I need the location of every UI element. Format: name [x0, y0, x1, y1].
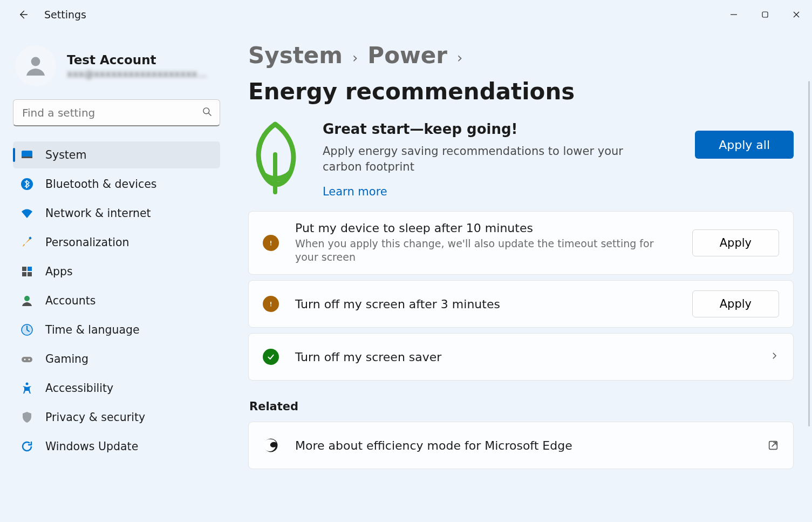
clock-globe-icon [21, 323, 33, 336]
maximize-button[interactable] [749, 3, 781, 26]
leaf-icon [248, 119, 302, 194]
apps-icon [21, 265, 33, 278]
svg-point-20 [26, 383, 29, 385]
sidebar-item-network[interactable]: Network & internet [13, 200, 220, 227]
sidebar-item-personalization[interactable]: Personalization [13, 229, 220, 256]
sidebar-item-accessibility[interactable]: Accessibility [13, 375, 220, 402]
recommendation-title: Put my device to sleep after 10 minutes [295, 221, 676, 235]
sidebar-nav: System Bluetooth & devices Network & int… [13, 141, 220, 460]
recommendation-card: Turn off my screen after 3 minutes Apply [248, 280, 794, 328]
account-block[interactable]: Test Account xxx@xxxxxxxxxxxxxxxxxx.xx… [13, 45, 220, 99]
status-warning-icon [263, 235, 279, 251]
settings-window: Settings Test Account xxx@xxxxxxxx [0, 0, 812, 522]
sidebar-item-bluetooth[interactable]: Bluetooth & devices [13, 171, 220, 198]
svg-line-6 [209, 113, 211, 116]
recommendation-title: Turn off my screen saver [295, 350, 753, 364]
accessibility-icon [21, 382, 33, 395]
account-icon [21, 294, 33, 307]
recommendation-title: Turn off my screen after 3 minutes [295, 297, 676, 311]
svg-rect-13 [22, 272, 26, 276]
close-button[interactable] [781, 3, 812, 26]
titlebar: Settings [0, 0, 812, 29]
recommendation-subtitle: When you apply this change, we'll also u… [295, 237, 676, 265]
svg-rect-1 [762, 12, 768, 17]
wifi-icon [21, 207, 33, 220]
chevron-right-icon: › [457, 50, 462, 66]
display-icon [21, 148, 33, 161]
svg-point-9 [21, 178, 33, 190]
sidebar-item-label: Network & internet [45, 207, 151, 220]
account-name: Test Account [67, 53, 207, 67]
sidebar: Test Account xxx@xxxxxxxxxxxxxxxxxx.xx… … [0, 29, 227, 522]
svg-rect-11 [22, 267, 26, 271]
related-list: More about efficiency mode for Microsoft… [248, 422, 794, 469]
sidebar-item-system[interactable]: System [13, 141, 220, 168]
apply-button[interactable]: Apply [692, 290, 779, 317]
scrollbar[interactable] [808, 81, 810, 426]
hero-title: Great start—keep going! [323, 121, 625, 137]
svg-rect-8 [22, 157, 32, 158]
sidebar-item-privacy[interactable]: Privacy & security [13, 404, 220, 431]
sidebar-item-label: Personalization [45, 236, 129, 249]
app-title: Settings [44, 9, 86, 21]
svg-rect-17 [22, 357, 32, 362]
svg-point-15 [24, 296, 30, 301]
search-box [13, 99, 220, 126]
back-button[interactable] [16, 8, 29, 21]
gamepad-icon [21, 352, 33, 365]
sidebar-item-label: Bluetooth & devices [45, 178, 157, 191]
status-warning-icon [263, 296, 279, 312]
related-item[interactable]: More about efficiency mode for Microsoft… [248, 422, 794, 469]
svg-point-4 [31, 57, 40, 66]
sidebar-item-label: Apps [45, 265, 73, 278]
svg-point-19 [29, 359, 30, 361]
svg-rect-22 [270, 241, 271, 243]
svg-point-25 [270, 306, 271, 307]
related-header: Related [249, 400, 794, 413]
apply-button[interactable]: Apply [692, 229, 779, 256]
search-icon[interactable] [202, 106, 213, 119]
sidebar-item-label: Windows Update [45, 440, 138, 453]
sidebar-item-label: Accounts [45, 294, 95, 307]
breadcrumb: System › Power › Energy recommendations [248, 42, 794, 105]
svg-rect-12 [28, 267, 32, 271]
shield-icon [21, 411, 33, 424]
svg-point-23 [270, 244, 271, 245]
bluetooth-icon [21, 178, 33, 191]
recommendation-card[interactable]: Turn off my screen saver [248, 333, 794, 381]
avatar [15, 45, 56, 86]
svg-rect-14 [28, 272, 32, 276]
recommendation-card: Put my device to sleep after 10 minutes … [248, 211, 794, 275]
svg-rect-24 [270, 302, 271, 304]
open-external-icon [767, 439, 779, 451]
breadcrumb-system[interactable]: System [248, 42, 343, 69]
sidebar-item-label: Gaming [45, 352, 88, 365]
breadcrumb-power[interactable]: Power [367, 42, 447, 69]
minimize-button[interactable] [718, 3, 749, 26]
search-input[interactable] [13, 99, 220, 126]
page-title: Energy recommendations [248, 78, 575, 105]
window-controls [718, 3, 812, 26]
sidebar-item-label: Time & language [45, 323, 140, 336]
update-icon [21, 440, 33, 453]
sidebar-item-time-language[interactable]: Time & language [13, 316, 220, 343]
account-email: xxx@xxxxxxxxxxxxxxxxxx.xx… [67, 68, 207, 79]
learn-more-link[interactable]: Learn more [323, 185, 625, 198]
sidebar-item-label: System [45, 148, 86, 161]
sidebar-item-apps[interactable]: Apps [13, 258, 220, 285]
related-title: More about efficiency mode for Microsoft… [295, 439, 751, 452]
chevron-right-icon: › [352, 50, 358, 66]
brush-icon [21, 236, 33, 249]
apply-all-button[interactable]: Apply all [695, 131, 794, 159]
sidebar-item-label: Accessibility [45, 382, 113, 395]
chevron-right-icon [769, 351, 779, 363]
svg-point-18 [24, 359, 26, 361]
sidebar-item-accounts[interactable]: Accounts [13, 287, 220, 314]
recommendations-list: Put my device to sleep after 10 minutes … [248, 211, 794, 381]
status-ok-icon [263, 349, 279, 365]
svg-point-5 [203, 108, 209, 114]
sidebar-item-windows-update[interactable]: Windows Update [13, 433, 220, 460]
sidebar-item-gaming[interactable]: Gaming [13, 345, 220, 372]
hero-block: Great start—keep going! Apply energy sav… [248, 119, 794, 198]
hero-subtitle: Apply energy saving recommendations to l… [323, 144, 625, 175]
